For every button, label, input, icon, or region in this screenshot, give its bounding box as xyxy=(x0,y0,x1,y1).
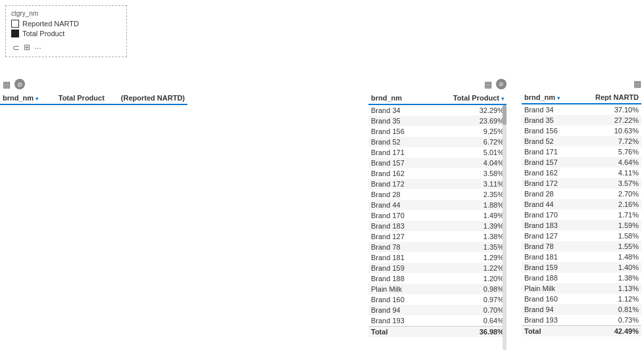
right-table-row: Brand 78 1.55% xyxy=(522,241,641,252)
mid-brand-cell: Brand 94 xyxy=(368,305,425,315)
mid-scroll-thumb[interactable] xyxy=(503,105,507,125)
mid-col-brand: brnd_nm xyxy=(368,92,425,104)
right-value-cell: 1.71% xyxy=(576,210,641,220)
right-table-row: Plain Milk 1.13% xyxy=(522,283,641,294)
left-block-icon[interactable]: ⊘ xyxy=(14,79,25,89)
mid-brand-cell: Brand 171 xyxy=(368,147,425,158)
right-brand-cell: Brand 159 xyxy=(522,262,576,273)
mid-brand-cell: Brand 44 xyxy=(368,200,425,210)
mid-table-row: Plain Milk 0.98% xyxy=(368,284,507,294)
right-brand-cell: Brand 34 xyxy=(522,104,576,115)
mid-table-row: Brand 52 6.72% xyxy=(368,137,507,147)
right-brand-cell: Brand 156 xyxy=(522,125,576,136)
mid-total-row: Total 36.98% xyxy=(368,327,507,338)
right-value-cell: 37.10% xyxy=(576,104,641,115)
mid-brand-cell: Brand 52 xyxy=(368,137,425,147)
right-table-row: Brand 157 4.64% xyxy=(522,157,641,168)
mid-value-cell: 5.01% xyxy=(425,147,507,158)
left-brand-sort[interactable]: ▾ xyxy=(36,96,38,102)
left-table: brnd_nm ▾ Total Product (Reported NARTD) xyxy=(0,92,187,105)
filter-icon[interactable]: ⊂ xyxy=(12,43,20,53)
mid-value-cell: 1.39% xyxy=(425,221,507,231)
legend-swatch-filled xyxy=(11,30,19,37)
right-value-cell: 10.63% xyxy=(576,125,641,136)
mid-value-cell: 32.29% xyxy=(425,104,507,116)
mid-brand-cell: Plain Milk xyxy=(368,284,425,294)
right-value-cell: 4.11% xyxy=(576,168,641,178)
right-value-cell: 1.13% xyxy=(576,283,641,294)
legend-label-reported: Reported NARTD xyxy=(22,20,79,28)
right-value-cell: 7.72% xyxy=(576,136,641,147)
left-chart-icon[interactable]: ▩ xyxy=(3,79,11,89)
mid-table-row: Brand 162 3.58% xyxy=(368,168,507,179)
right-table-toolbar: ▩ xyxy=(522,79,641,89)
mid-brand-cell: Brand 183 xyxy=(368,221,425,231)
right-value-cell: 2.16% xyxy=(576,199,641,210)
right-brand-cell: Brand 127 xyxy=(522,231,576,241)
mid-value-cell: 2.35% xyxy=(425,189,507,200)
left-table-toolbar: ▩ ⊘ xyxy=(0,79,187,89)
right-brand-cell: Brand 28 xyxy=(522,189,576,199)
mid-value-cell: 4.04% xyxy=(425,158,507,168)
legend-toolbar: ⊂ ⊞ ··· xyxy=(11,43,120,53)
mid-brand-cell: Brand 28 xyxy=(368,189,425,200)
right-value-cell: 2.70% xyxy=(576,189,641,199)
right-value-cell: 1.12% xyxy=(576,294,641,304)
right-brand-cell: Brand 44 xyxy=(522,199,576,210)
right-brand-cell: Brand 181 xyxy=(522,252,576,262)
mid-brand-cell: Brand 188 xyxy=(368,273,425,284)
mid-brand-cell: Brand 193 xyxy=(368,315,425,327)
mid-col-total: Total Product ▾ xyxy=(425,92,507,104)
right-col-brand: brnd_nm ▾ xyxy=(522,91,576,104)
left-col-brand: brnd_nm ▾ xyxy=(0,92,47,104)
right-table-area: ▩ brnd_nm ▾ Rept NARTD Brand 34 37.10%Br… xyxy=(522,79,641,342)
mid-value-cell: 1.38% xyxy=(425,231,507,242)
mid-table-row: Brand 183 1.39% xyxy=(368,221,507,231)
right-table-row: Brand 159 1.40% xyxy=(522,262,641,273)
mid-value-cell: 1.88% xyxy=(425,200,507,210)
mid-brand-cell: Brand 34 xyxy=(368,104,425,116)
right-chart-icon[interactable]: ▩ xyxy=(633,79,641,89)
right-brand-cell: Brand 188 xyxy=(522,273,576,283)
mid-value-cell: 6.72% xyxy=(425,137,507,147)
right-table-row: Brand 94 0.81% xyxy=(522,304,641,315)
mid-table-row: Brand 193 0.64% xyxy=(368,315,507,327)
right-table-row: Brand 35 27.22% xyxy=(522,115,641,125)
mid-value-cell: 1.29% xyxy=(425,252,507,263)
right-value-cell: 1.40% xyxy=(576,262,641,273)
right-brand-cell: Brand 35 xyxy=(522,115,576,125)
mid-value-cell: 0.64% xyxy=(425,315,507,327)
mid-table-row: Brand 171 5.01% xyxy=(368,147,507,158)
right-value-cell: 0.81% xyxy=(576,304,641,315)
mid-table-row: Brand 181 1.29% xyxy=(368,252,507,263)
mid-chart-icon[interactable]: ▩ xyxy=(484,79,492,89)
right-table-row: Brand 52 7.72% xyxy=(522,136,641,147)
legend-item-reported: Reported NARTD xyxy=(11,20,120,28)
mid-scrollbar[interactable] xyxy=(503,105,507,350)
right-brand-cell: Brand 193 xyxy=(522,315,576,326)
mid-table-row: Brand 170 1.49% xyxy=(368,210,507,221)
mid-total-value: 36.98% xyxy=(425,327,507,338)
right-table-row: Brand 162 4.11% xyxy=(522,168,641,178)
mid-value-cell: 0.98% xyxy=(425,284,507,294)
mid-total-sort[interactable]: ▾ xyxy=(501,96,504,102)
mid-block-icon[interactable]: ⊘ xyxy=(496,79,507,89)
right-total-row: Total 42.49% xyxy=(522,326,641,337)
mid-table: brnd_nm Total Product ▾ Brand 34 32.29%B… xyxy=(368,92,507,337)
mid-value-cell: 1.49% xyxy=(425,210,507,221)
right-brand-cell: Brand 183 xyxy=(522,220,576,231)
right-brand-cell: Brand 157 xyxy=(522,157,576,168)
mid-total-label: Total xyxy=(368,327,425,338)
left-col-total: Total Product xyxy=(47,92,107,104)
more-icon[interactable]: ··· xyxy=(34,43,41,53)
right-table-row: Brand 170 1.71% xyxy=(522,210,641,220)
mid-brand-cell: Brand 35 xyxy=(368,116,425,126)
table-icon[interactable]: ⊞ xyxy=(24,43,30,53)
mid-brand-cell: Brand 159 xyxy=(368,263,425,273)
mid-value-cell: 9.25% xyxy=(425,126,507,137)
right-table-row: Brand 181 1.48% xyxy=(522,252,641,262)
mid-value-cell: 1.20% xyxy=(425,273,507,284)
mid-brand-cell: Brand 170 xyxy=(368,210,425,221)
right-brand-sort[interactable]: ▾ xyxy=(557,95,560,101)
mid-table-row: Brand 35 23.69% xyxy=(368,116,507,126)
